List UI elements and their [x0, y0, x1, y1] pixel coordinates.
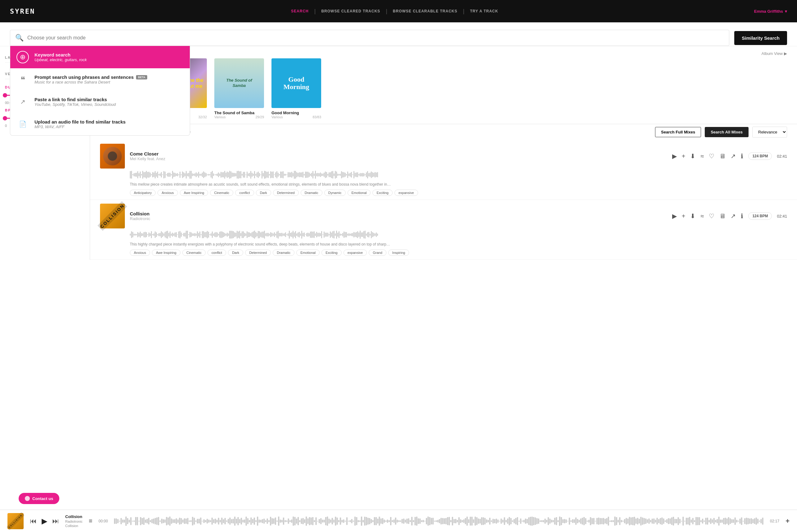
tag-anxious-2[interactable]: Anxious: [130, 250, 150, 256]
track-play-1[interactable]: ▶: [672, 152, 677, 160]
player-play[interactable]: ▶: [42, 517, 47, 526]
nav-search[interactable]: SEARCH: [285, 9, 314, 13]
track-add-2[interactable]: +: [682, 213, 685, 220]
svg-rect-545: [350, 520, 351, 522]
svg-rect-279: [228, 233, 229, 236]
track-video-2[interactable]: 🖥: [719, 213, 726, 220]
svg-rect-164: [334, 173, 335, 176]
tag-awe-1[interactable]: Awe Inspiring: [180, 190, 208, 196]
tag-cinematic-1[interactable]: Cinematic: [210, 190, 233, 196]
tag-awe-2[interactable]: Awe Inspiring: [152, 250, 181, 256]
svg-rect-562: [377, 519, 378, 524]
album-view-link[interactable]: Album View ▶: [762, 51, 787, 56]
player-next[interactable]: ⏭: [52, 517, 59, 525]
tag-determined-1[interactable]: Determined: [273, 190, 299, 196]
track-add-1[interactable]: +: [682, 153, 685, 160]
svg-rect-764: [705, 518, 707, 524]
svg-rect-529: [323, 519, 325, 522]
sort-select[interactable]: Relevance: [752, 127, 787, 137]
bpm-thumb-left[interactable]: [3, 116, 7, 120]
nav-browse-clearable[interactable]: BROWSE CLEARABLE TRACKS: [387, 9, 463, 13]
svg-rect-638: [501, 518, 502, 523]
track-share-2[interactable]: ↗: [730, 212, 736, 220]
tag-conflict-1[interactable]: conflict: [235, 190, 254, 196]
tag-expansive-2[interactable]: expansive: [344, 250, 367, 256]
track-play-2[interactable]: ▶: [672, 212, 677, 220]
similarity-search-button[interactable]: Similarity Search: [734, 31, 787, 45]
svg-rect-81: [230, 171, 231, 178]
track-share-1[interactable]: ↗: [730, 152, 736, 160]
tag-dark-1[interactable]: Dark: [256, 190, 271, 196]
nav-browse-cleared[interactable]: BROWSE CLEARED TRACKS: [316, 9, 386, 13]
svg-rect-406: [124, 519, 125, 523]
track-download-2[interactable]: ⬇: [690, 212, 696, 220]
nav-try-track[interactable]: TRY A TRACK: [464, 9, 504, 13]
search-input-wrapper[interactable]: 🔍: [10, 30, 729, 46]
svg-rect-775: [723, 518, 724, 524]
svg-rect-799: [762, 517, 763, 524]
svg-rect-441: [181, 518, 182, 524]
tag-cinematic-2[interactable]: Cinematic: [182, 250, 206, 256]
tag-grand-2[interactable]: Grand: [369, 250, 386, 256]
svg-rect-345: [310, 231, 311, 238]
svg-rect-715: [626, 518, 627, 524]
user-menu[interactable]: Emma Griffiths ▾: [754, 9, 787, 14]
tag-emotional-2[interactable]: Emotional: [296, 250, 320, 256]
player-waveform[interactable]: [114, 516, 764, 527]
player-add-btn[interactable]: +: [785, 517, 790, 525]
svg-rect-303: [258, 231, 259, 239]
svg-rect-366: [336, 231, 337, 239]
track-controls-1: ▶ + ⬇ ≈ ♡ 🖥 ↗ ℹ 124 BPM 02:41: [672, 152, 787, 160]
tag-expansive-1[interactable]: expansive: [394, 190, 418, 196]
svg-rect-494: [267, 518, 268, 524]
svg-rect-17: [151, 174, 152, 175]
tag-dramatic-2[interactable]: Dramatic: [273, 250, 294, 256]
tag-determined-2[interactable]: Determined: [245, 250, 271, 256]
svg-rect-498: [273, 518, 275, 524]
svg-rect-170: [341, 171, 342, 178]
track-similar-1[interactable]: ≈: [700, 153, 704, 160]
contact-us-button[interactable]: Contact us: [19, 493, 59, 504]
svg-rect-645: [512, 520, 514, 522]
svg-rect-432: [166, 517, 167, 525]
dropdown-keyword[interactable]: ⊕ Keyword search Upbeat, electric, guita…: [10, 46, 190, 68]
track-info-btn-2[interactable]: ℹ: [741, 212, 743, 220]
svg-rect-291: [243, 231, 244, 238]
svg-rect-39: [178, 174, 179, 175]
tag-dramatic-1[interactable]: Dramatic: [301, 190, 322, 196]
track-fav-2[interactable]: ♡: [709, 212, 715, 220]
tag-anxious-1[interactable]: Anxious: [157, 190, 178, 196]
dropdown-prompt[interactable]: ❝ Prompt search using phrases and senten…: [10, 68, 190, 91]
svg-rect-577: [402, 519, 403, 523]
tag-conflict-2[interactable]: conflict: [207, 250, 226, 256]
album-card-samba[interactable]: The Sound ofSamba The Sound of Samba Var…: [214, 58, 264, 119]
dropdown-upload[interactable]: 📄 Upload an audio file to find similar t…: [10, 113, 190, 135]
tag-dynamic-1[interactable]: Dynamic: [324, 190, 346, 196]
svg-rect-284: [234, 232, 235, 237]
tag-exciting-2[interactable]: Exciting: [321, 250, 342, 256]
tag-dark-2[interactable]: Dark: [228, 250, 243, 256]
track-info-btn-1[interactable]: ℹ: [741, 152, 743, 160]
track-download-1[interactable]: ⬇: [690, 152, 696, 160]
svg-rect-684: [575, 517, 576, 525]
tag-emotional-1[interactable]: Emotional: [348, 190, 371, 196]
svg-rect-603: [444, 518, 445, 524]
tag-inspiring-2[interactable]: Inspiring: [388, 250, 409, 256]
player-prev[interactable]: ⏮: [30, 517, 37, 525]
track-video-1[interactable]: 🖥: [719, 153, 726, 160]
track-similar-2[interactable]: ≈: [700, 213, 704, 220]
svg-rect-415: [138, 521, 140, 521]
track-fav-1[interactable]: ♡: [709, 152, 715, 160]
album-card-morning[interactable]: GoodMorning Good Morning Various 83/83: [272, 58, 321, 119]
tag-anticipatory-1[interactable]: Anticipatory: [130, 190, 155, 196]
search-all-mixes-btn[interactable]: Search All Mixes: [705, 127, 748, 137]
search-full-mixes-btn[interactable]: Search Full Mixes: [655, 127, 701, 137]
svg-rect-62: [207, 174, 208, 175]
player-menu-icon[interactable]: ≡: [89, 517, 93, 525]
search-input[interactable]: [27, 35, 724, 41]
svg-rect-736: [660, 518, 661, 524]
dropdown-paste-link[interactable]: ↗ Paste a link to find similar tracks Yo…: [10, 91, 190, 113]
svg-rect-161: [330, 172, 331, 177]
duration-thumb-left[interactable]: [3, 93, 7, 97]
tag-exciting-1[interactable]: Exciting: [372, 190, 393, 196]
